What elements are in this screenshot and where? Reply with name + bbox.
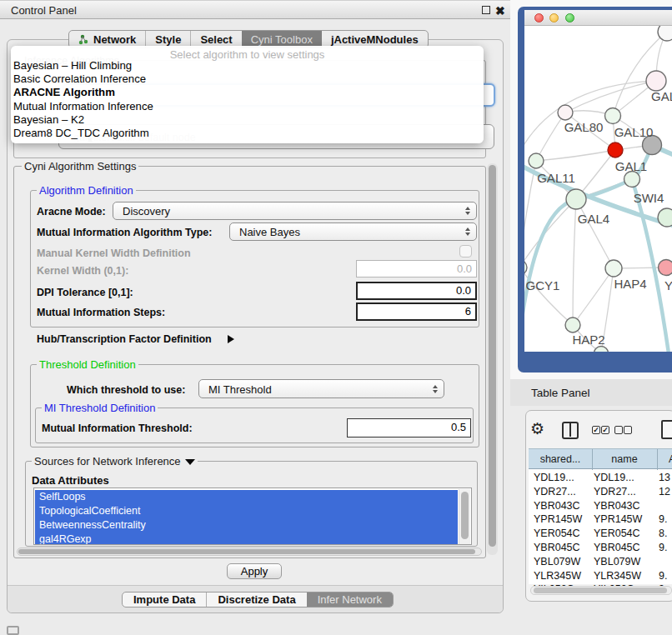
table-cell[interactable]: YDR27... <box>594 486 636 498</box>
node-label: GAL10 <box>614 125 654 139</box>
node <box>658 26 672 41</box>
table-cell[interactable]: YDR27... <box>534 486 576 498</box>
deselect-all-checkbox-icon[interactable] <box>614 426 623 434</box>
tab-style[interactable]: Style <box>145 31 190 48</box>
expand-arrow-icon[interactable] <box>228 335 234 343</box>
control-panel-titlebar: Control Panel ✖ <box>0 0 510 19</box>
close-traffic-light[interactable] <box>534 13 544 22</box>
table-cell[interactable]: YBR043C <box>534 500 580 512</box>
network-view-content: GAL2 GAL80 GAL10 GAL1 GAL11 SWI4 GAL4 GC… <box>524 10 672 352</box>
tab-infer-network[interactable]: Infer Network <box>307 592 393 607</box>
settings-horizontal-scrollbar[interactable] <box>17 548 482 556</box>
node-label: GAL80 <box>564 120 604 134</box>
dock-panel-icon[interactable] <box>7 626 19 635</box>
table-cell[interactable]: YLR345W <box>594 570 641 582</box>
column-header-partial[interactable]: A <box>669 453 672 465</box>
aracne-mode-combo[interactable]: Discovery <box>113 202 477 220</box>
node-gal11 <box>529 153 544 168</box>
column-browser-icon[interactable] <box>562 422 579 439</box>
dpi-tolerance-input[interactable]: 0.0 <box>356 282 477 300</box>
node-bottom <box>594 347 609 352</box>
tab-discretize-data[interactable]: Discretize Data <box>206 592 306 607</box>
tab-jactivemnodules[interactable]: jActiveMNodules <box>322 31 428 48</box>
data-attributes-label: Data Attributes <box>32 474 109 487</box>
minimize-traffic-light[interactable] <box>549 13 559 22</box>
table-cell[interactable]: YPR145W <box>534 513 582 525</box>
select-all-checkbox-icon2: ✓ <box>601 426 609 434</box>
attribute-item-selected[interactable]: gal4RGexp <box>35 532 458 545</box>
table-cell[interactable]: YER054C <box>534 528 580 539</box>
deselect-all-checkbox-icon2 <box>624 426 632 434</box>
table-panel-title: Table Panel <box>531 387 590 399</box>
gear-icon[interactable]: ⚙ <box>530 419 544 438</box>
kernel-width-input[interactable]: 0.0 <box>356 260 477 278</box>
node-green-right <box>658 208 672 227</box>
manual-kernel-width-checkbox[interactable] <box>459 245 472 258</box>
network-canvas[interactable]: GAL2 GAL80 GAL10 GAL1 GAL11 SWI4 GAL4 GC… <box>524 26 672 352</box>
tab-select[interactable]: Select <box>190 31 241 48</box>
mi-algorithm-type-combo[interactable]: Naive Bayes <box>229 222 477 241</box>
algorithm-option[interactable]: Bayesian – Hill Climbing <box>11 59 484 72</box>
network-window-titlebar <box>524 10 672 26</box>
table-cell[interactable]: 9. <box>659 513 667 525</box>
table-cell[interactable]: 8. <box>659 528 667 539</box>
tab-impute-data[interactable]: Impute Data <box>123 592 206 607</box>
table-panel-header: Table Panel <box>510 379 672 406</box>
which-threshold-combo[interactable]: MI Threshold <box>198 379 444 398</box>
table-cell[interactable]: YBR043C <box>594 500 640 512</box>
table-cell[interactable]: YER054C <box>594 528 640 539</box>
attribute-item-selected[interactable]: BetweennessCentrality <box>35 518 458 532</box>
attribute-item-selected[interactable]: SelfLoops <box>35 490 458 504</box>
algorithm-option[interactable]: Dream8 DC_TDC Algorithm <box>11 127 484 140</box>
dpi-tolerance-label: DPI Tolerance [0,1]: <box>37 287 133 298</box>
node-label: GAL2 <box>651 89 672 103</box>
node-hap2 <box>565 318 580 332</box>
mi-threshold-input[interactable]: 0.5 <box>347 418 471 438</box>
table-cell[interactable]: YBR045C <box>594 542 640 553</box>
table-header-row[interactable]: shared... name A <box>529 448 672 469</box>
node-gal4 <box>566 189 586 209</box>
column-header-shared-name[interactable]: shared... <box>529 453 592 465</box>
table-cell[interactable]: YDL19... <box>594 472 634 483</box>
table-cell[interactable]: YDL19... <box>534 472 574 483</box>
data-attributes-list[interactable]: SelfLoops TopologicalCoefficient Between… <box>33 488 472 545</box>
algorithm-option[interactable]: Mutual Information Inference <box>11 100 484 113</box>
algorithm-option[interactable]: Basic Correlation Inference <box>11 72 484 86</box>
control-panel-title: Control Panel <box>11 4 77 17</box>
network-icon <box>78 34 89 45</box>
select-all-checkbox-icon[interactable]: ✓ <box>592 426 600 434</box>
close-icon[interactable]: ✖ <box>495 4 505 18</box>
column-header-name[interactable]: name <box>592 453 657 465</box>
table-cell[interactable]: 13 <box>659 472 670 483</box>
tab-cyni-toolbox[interactable]: Cyni Toolbox <box>242 31 322 48</box>
apply-button[interactable]: Apply <box>227 563 282 579</box>
table-cell[interactable]: YBL079W <box>594 556 640 568</box>
table-cell[interactable]: YLR345W <box>534 570 581 582</box>
zoom-traffic-light[interactable] <box>565 13 574 22</box>
algorithm-option-selected[interactable]: ARACNE Algorithm <box>11 86 484 99</box>
table-cell[interactable]: YBR045C <box>534 542 580 553</box>
node-swi4 <box>624 172 640 188</box>
table-horizontal-scrollbar[interactable] <box>530 586 672 595</box>
attribute-item-selected[interactable]: TopologicalCoefficient <box>35 504 458 518</box>
mi-steps-input[interactable]: 6 <box>356 302 477 321</box>
table-cell[interactable]: 9. <box>659 542 667 553</box>
algorithm-option[interactable]: Bayesian – K2 <box>11 113 484 127</box>
table-cell[interactable]: 9. <box>659 570 667 582</box>
float-window-icon[interactable] <box>482 6 490 14</box>
table-cell[interactable]: YPR145W <box>594 513 642 525</box>
algorithm-dropdown-popup: Select algorithm to view settings Bayesi… <box>11 46 484 143</box>
table-cell[interactable]: YBL079W <box>534 556 580 568</box>
settings-vertical-scrollbar[interactable] <box>487 163 498 555</box>
sources-title[interactable]: Sources for Network Inference <box>32 455 198 468</box>
node-label: HAP2 <box>572 332 604 347</box>
node-hap4 <box>605 260 622 277</box>
attributes-scrollbar[interactable] <box>459 489 470 544</box>
node-gal10 <box>605 108 621 124</box>
tab-network[interactable]: Network <box>69 31 145 48</box>
kernel-width-label: Kernel Width (0,1): <box>37 265 128 277</box>
hub-definition-label[interactable]: Hub/Transcription Factor Definition <box>37 333 212 345</box>
table-cell[interactable]: 12 <box>659 486 670 498</box>
manual-kernel-width-label: Manual Kernel Width Definition <box>37 248 191 259</box>
new-table-icon[interactable] <box>661 420 672 439</box>
